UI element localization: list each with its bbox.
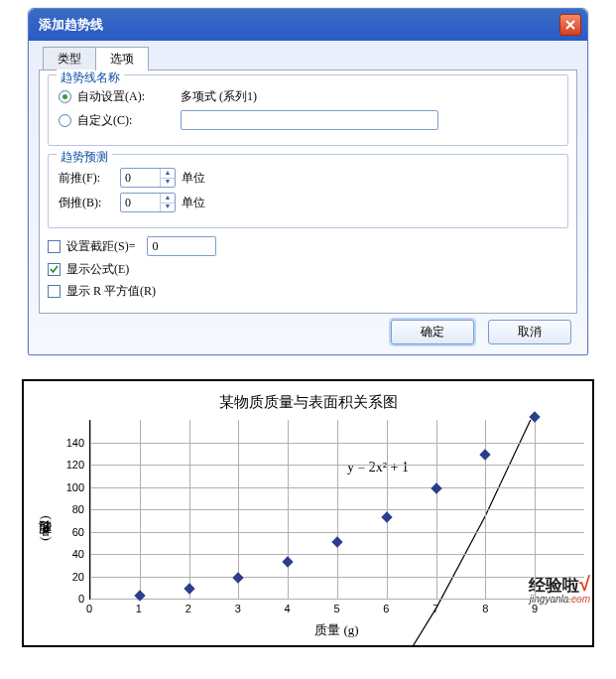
spinner-up-icon[interactable]: ▲ xyxy=(161,169,175,179)
forward-spinner[interactable]: 0 ▲ ▼ xyxy=(120,168,176,188)
intercept-label: 设置截距(S)= xyxy=(66,238,135,255)
spinner-down-icon[interactable]: ▼ xyxy=(161,179,175,188)
group-title-forecast: 趋势预测 xyxy=(57,149,112,166)
dialog-title: 添加趋势线 xyxy=(39,16,103,34)
tab-type[interactable]: 类型 xyxy=(43,47,96,70)
chart-title: 某物质质量与表面积关系图 xyxy=(32,393,584,412)
x-tick-label: 2 xyxy=(185,603,191,614)
backward-value: 0 xyxy=(121,196,160,210)
y-tick-label: 20 xyxy=(72,571,90,583)
close-button[interactable] xyxy=(559,14,581,36)
backward-unit: 单位 xyxy=(182,195,205,211)
add-trendline-dialog: 添加趋势线 类型 选项 趋势线名称 自动设置(A): 多项式 (系列1) xyxy=(28,8,588,355)
show-r2-label: 显示 R 平方值(R) xyxy=(66,283,156,300)
backward-label: 倒推(B): xyxy=(59,195,114,211)
ok-button[interactable]: 确定 xyxy=(391,320,474,344)
forecast-group: 趋势预测 前推(F): 0 ▲ ▼ 单位 倒推(B): xyxy=(48,154,568,228)
y-axis-label: 表面积 (m2) xyxy=(32,420,58,639)
close-icon xyxy=(565,20,575,30)
tabs: 类型 选项 xyxy=(43,47,577,70)
x-tick-label: 3 xyxy=(235,603,241,614)
auto-value: 多项式 (系列1) xyxy=(181,88,257,105)
x-tick-label: 8 xyxy=(482,603,488,614)
x-tick-label: 5 xyxy=(333,603,339,614)
y-tick-label: 120 xyxy=(66,459,90,471)
x-tick-label: 1 xyxy=(136,603,142,614)
x-tick-label: 7 xyxy=(432,603,438,614)
y-tick-label: 80 xyxy=(72,503,90,515)
custom-label: 自定义(C): xyxy=(77,112,157,129)
auto-label: 自动设置(A): xyxy=(77,88,157,105)
checkbox-intercept[interactable] xyxy=(48,240,61,253)
x-tick-label: 9 xyxy=(532,603,538,614)
x-tick-label: 4 xyxy=(285,603,291,614)
checkbox-show-equation[interactable] xyxy=(48,263,61,276)
y-tick-label: 100 xyxy=(66,481,90,493)
custom-input[interactable] xyxy=(181,110,438,130)
intercept-input[interactable]: 0 xyxy=(147,236,216,256)
x-ticks: 0123456789 xyxy=(89,600,584,617)
forward-label: 前推(F): xyxy=(59,170,114,187)
forward-value: 0 xyxy=(121,171,160,186)
x-tick-label: 6 xyxy=(383,603,389,614)
tab-options[interactable]: 选项 xyxy=(95,47,149,70)
show-equation-label: 显示公式(E) xyxy=(66,261,129,278)
trendline-name-group: 趋势线名称 自动设置(A): 多项式 (系列1) 自定义(C): xyxy=(48,74,568,146)
backward-spinner[interactable]: 0 ▲ ▼ xyxy=(120,193,176,212)
chart: 某物质质量与表面积关系图 表面积 (m2) y = 2x² + 1 经验啦√ j… xyxy=(22,379,594,647)
spinner-down-icon[interactable]: ▼ xyxy=(161,204,175,212)
y-tick-label: 60 xyxy=(72,526,90,538)
y-tick-label: 140 xyxy=(66,437,90,449)
group-title-name: 趋势线名称 xyxy=(57,69,124,86)
radio-auto[interactable] xyxy=(59,90,71,103)
cancel-button[interactable]: 取消 xyxy=(488,320,571,344)
titlebar[interactable]: 添加趋势线 xyxy=(29,9,587,41)
x-tick-label: 0 xyxy=(86,603,92,614)
checkbox-show-r2[interactable] xyxy=(48,285,61,298)
forward-unit: 单位 xyxy=(182,170,205,187)
plot-area: y = 2x² + 1 经验啦√ jingyanla.com 020406080… xyxy=(89,420,584,600)
radio-custom[interactable] xyxy=(59,114,71,127)
y-tick-label: 40 xyxy=(72,548,90,560)
options-panel: 趋势线名称 自动设置(A): 多项式 (系列1) 自定义(C): 趋势预测 xyxy=(39,69,577,314)
watermark-text: 经验啦 xyxy=(529,576,579,595)
spinner-up-icon[interactable]: ▲ xyxy=(161,194,175,204)
